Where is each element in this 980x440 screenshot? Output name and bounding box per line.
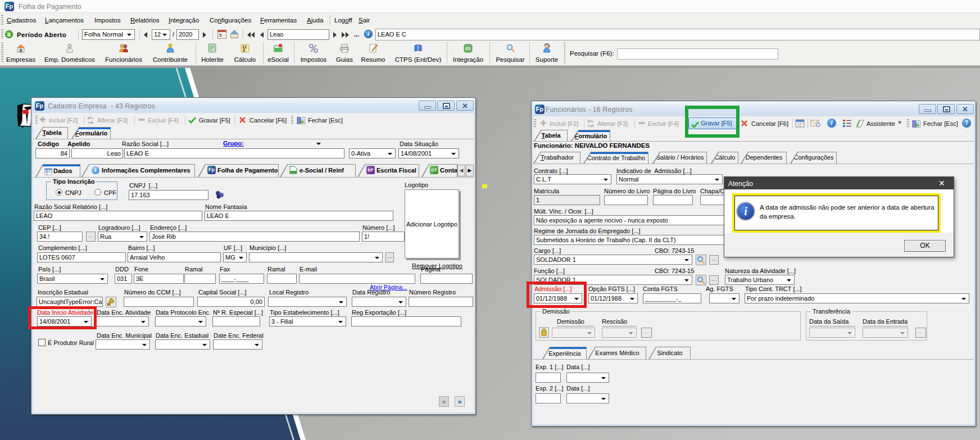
svg-text:3: 3 bbox=[243, 48, 245, 52]
svg-text:Ct: Ct bbox=[465, 46, 470, 51]
